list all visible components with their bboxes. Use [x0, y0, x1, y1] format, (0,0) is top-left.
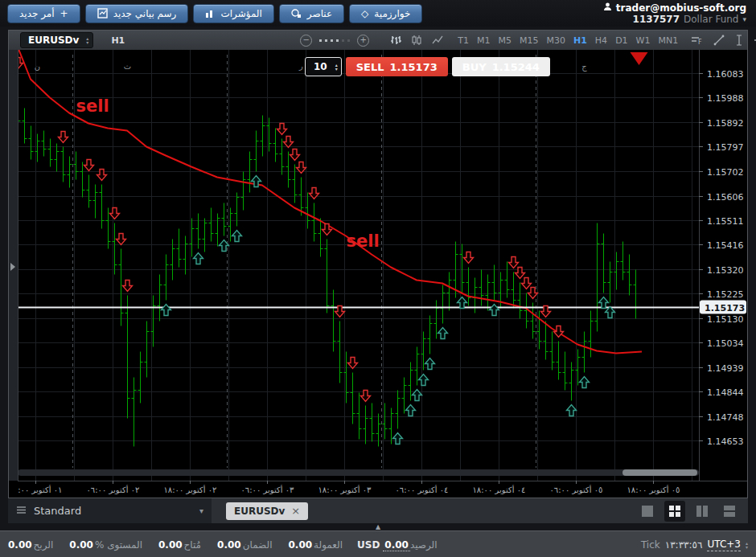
volume-stepper[interactable]: 10 ▴▾ — [305, 57, 342, 76]
symbol-selector[interactable]: EURUSDv ▴▾ — [20, 32, 93, 48]
layout-grid-icon[interactable] — [664, 501, 685, 522]
account-menu[interactable]: trader@mobius-soft.org 1137577 Dollar Fu… — [603, 2, 751, 25]
tf-m5[interactable]: M5 — [498, 35, 512, 46]
period-label: H1 — [111, 35, 125, 46]
current-price-badge: 1.15173 — [700, 301, 746, 314]
svg-text:1.15892: 1.15892 — [707, 118, 744, 129]
object-list-icon[interactable]: F — [691, 35, 703, 45]
symbol-spinner-icon[interactable]: ▴▾ — [86, 36, 88, 44]
tf-d1[interactable]: D1 — [615, 35, 627, 46]
expand-up-icon: ▲ — [376, 524, 380, 530]
chart-tab-eurusdv[interactable]: EURUSDv × — [226, 502, 308, 520]
svg-text:1.15988: 1.15988 — [707, 93, 744, 104]
stat-commission: العمولة0.00 — [286, 539, 343, 551]
layout-single-icon[interactable] — [637, 501, 658, 522]
symbol-label: EURUSDv — [28, 35, 79, 46]
bar-chart-type-icon[interactable] — [390, 35, 401, 46]
workspace-menu[interactable]: Standard ▾ — [8, 498, 212, 523]
svg-text:٠٤ أكتوبر ٠٦:٠٠: ٠٤ أكتوبر ٠٦:٠٠ — [396, 485, 449, 494]
svg-text:1.15416: 1.15416 — [707, 240, 744, 251]
svg-text:٠٢ أكتوبر ١٨:٠٠: ٠٢ أكتوبر ١٨:٠٠ — [164, 485, 217, 494]
volume-value: 10 — [314, 61, 327, 72]
account-email: trader@mobius-soft.org — [616, 2, 746, 14]
timezone-selector[interactable]: UTC+3 — [707, 539, 740, 551]
tf-h1[interactable]: H1 — [573, 35, 587, 46]
indicators-button[interactable]: المؤشرات — [193, 4, 273, 23]
chart-scrollbar-track[interactable] — [18, 469, 699, 476]
sell-price: 1.15173 — [390, 61, 438, 73]
tf-h4[interactable]: H4 — [595, 35, 607, 46]
tf-m15[interactable]: M15 — [520, 35, 539, 46]
objects-icon — [291, 9, 302, 18]
layout-columns-icon[interactable] — [692, 501, 713, 522]
svg-text:1.15320: 1.15320 — [707, 265, 744, 276]
tf-mn1[interactable]: MN1 — [658, 35, 678, 46]
tf-m30[interactable]: M30 — [546, 35, 565, 46]
stat-profit: الربح0.00 — [6, 539, 53, 551]
day-letter: ن — [35, 62, 40, 71]
svg-text:٠٤ أكتوبر ١٨:٠٠: ٠٤ أكتوبر ١٨:٠٠ — [473, 485, 526, 494]
person-icon — [603, 2, 612, 14]
account-caret-icon: ▾ — [742, 14, 746, 25]
objects-button[interactable]: عناصر — [279, 4, 344, 23]
svg-text:٠٣ أكتوبر ١٨:٠٠: ٠٣ أكتوبر ١٨:٠٠ — [318, 485, 372, 494]
buy-button[interactable]: BUY 1.15244 — [452, 57, 550, 76]
buy-label: BUY — [462, 61, 487, 73]
svg-text:1.16083: 1.16083 — [707, 69, 744, 80]
workspace-name: Standard — [34, 505, 81, 517]
day-letter: ج — [581, 62, 587, 72]
tf-t1[interactable]: T1 — [458, 35, 469, 46]
sell-button[interactable]: SELL 1.15173 — [346, 57, 448, 76]
zoom-in-button[interactable]: + — [357, 35, 369, 47]
workspace-caret-icon: ▾ — [199, 506, 203, 515]
toolbox-expander[interactable]: ▲ — [370, 523, 386, 530]
zoom-out-button[interactable]: − — [300, 35, 312, 47]
svg-text:1.15034: 1.15034 — [707, 338, 744, 349]
tf-w1[interactable]: W1 — [636, 35, 651, 46]
day-letter: ر — [298, 62, 303, 71]
mt5-web-terminal: أمر جديد + رسم بياني جديد المؤشرات عناصر… — [0, 0, 756, 557]
tf-m1[interactable]: M1 — [477, 35, 491, 46]
close-tab-icon[interactable]: × — [291, 505, 300, 517]
line-chart-type-icon[interactable] — [432, 35, 443, 46]
chart-titlebar: EURUSDv ▴▾ H1 − + T1 — [9, 31, 747, 50]
buy-price: 1.15244 — [492, 61, 540, 73]
zoom-level-dots — [319, 39, 350, 42]
plus-icon: + — [60, 8, 68, 19]
trendline-tool-icon[interactable] — [713, 35, 725, 46]
svg-text:1.14653: 1.14653 — [707, 436, 744, 447]
side-panel-strip — [9, 50, 18, 481]
svg-text:1.15173: 1.15173 — [705, 303, 745, 313]
indicators-label: المؤشرات — [220, 8, 261, 19]
layout-rows-icon[interactable] — [719, 501, 740, 522]
new-chart-button[interactable]: رسم بياني جديد — [85, 4, 189, 23]
account-fund: Dollar Fund — [684, 14, 738, 25]
chart-tab-label: EURUSDv — [234, 506, 285, 517]
svg-text:1.14748: 1.14748 — [707, 412, 744, 423]
new-chart-label: رسم بياني جديد — [113, 8, 177, 19]
panel-expand-arrow-icon[interactable] — [10, 263, 15, 271]
svg-text:1.14939: 1.14939 — [707, 363, 744, 374]
chart-scrollbar-thumb[interactable] — [622, 469, 697, 476]
price-chart[interactable]: نثرخجsellsell1.160831.159881.158921.1579… — [18, 50, 747, 498]
account-number: 1137577 — [633, 14, 680, 25]
text-cursor-icon[interactable] — [735, 35, 743, 46]
svg-text:٠٣ أكتوبر ٠٦:٠٠: ٠٣ أكتوبر ٠٦:٠٠ — [241, 485, 295, 494]
candle-chart-type-icon[interactable] — [411, 35, 422, 46]
new-chart-icon — [97, 8, 108, 18]
stat-balance[interactable]: الرصيد0.00 USD — [357, 539, 438, 551]
workspace-tabbar: Standard ▾ EURUSDv × — [8, 498, 748, 523]
timezone-spinner-icon[interactable]: ▴▾ — [746, 541, 748, 549]
new-order-button[interactable]: أمر جديد + — [7, 4, 80, 23]
algorithm-button[interactable]: ◇ خوارزمية — [349, 4, 422, 23]
svg-text:٠٢ أكتوبر ٠٦:٠٠: ٠٢ أكتوبر ٠٦:٠٠ — [87, 485, 140, 494]
volume-spinner-icon[interactable]: ▴▾ — [335, 63, 338, 71]
chart-window: EURUSDv ▴▾ H1 − + T1 — [8, 30, 748, 498]
menu-icon — [16, 505, 27, 517]
timeframe-bar: T1 M1 M5 M15 M30 H1 H4 D1 W1 MN1 — [458, 35, 678, 46]
svg-text:٠٥ أكتوبر ١٨:٠٠: ٠٥ أكتوبر ١٨:٠٠ — [627, 485, 680, 494]
svg-text:1.15797: 1.15797 — [707, 142, 744, 153]
svg-text:1.15225: 1.15225 — [707, 289, 744, 300]
svg-text:1.15702: 1.15702 — [707, 167, 744, 178]
tick-time: ١٣:٣٣:٥٦ — [665, 539, 703, 551]
